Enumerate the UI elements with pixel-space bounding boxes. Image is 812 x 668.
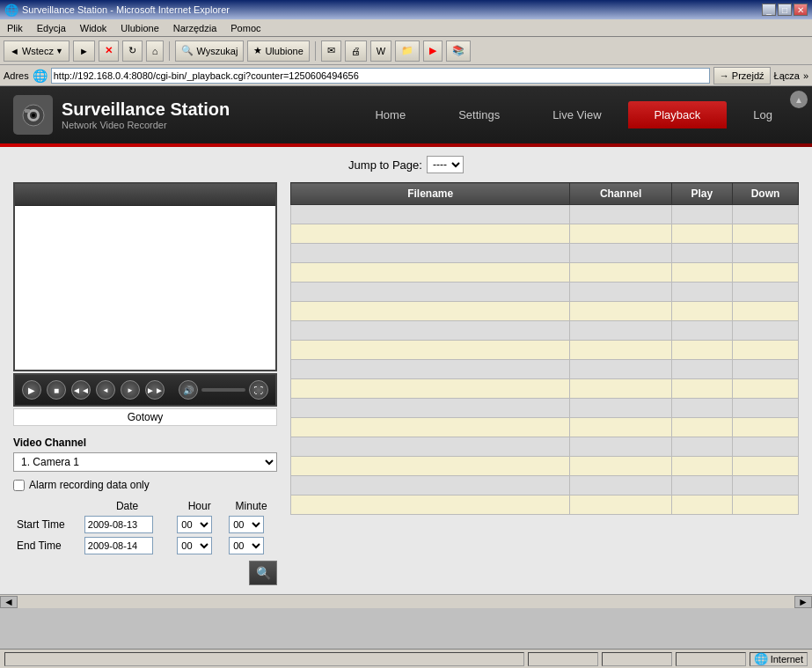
jump-select[interactable]: ---- xyxy=(427,156,464,173)
start-hour-select[interactable]: 00 xyxy=(177,516,212,533)
cell-channel xyxy=(570,283,671,302)
title-bar-left: 🌐 Surveillance Station - Microsoft Inter… xyxy=(4,4,230,17)
address-input[interactable] xyxy=(51,68,710,84)
menu-favorites[interactable]: Ulubione xyxy=(117,22,162,34)
cell-channel xyxy=(570,495,671,515)
media-button[interactable]: ▶ xyxy=(423,40,443,62)
start-hour-cell: 00 xyxy=(173,514,225,535)
start-date-input[interactable] xyxy=(84,516,153,533)
alarm-checkbox[interactable] xyxy=(13,480,25,491)
forward-button[interactable]: ► xyxy=(73,40,95,62)
table-row xyxy=(291,321,799,341)
end-time-row: End Time 00 00 xyxy=(13,535,277,556)
stop-button[interactable]: ■ xyxy=(47,380,66,400)
end-date-input[interactable] xyxy=(84,537,153,554)
right-panel: Filename Channel Play Down xyxy=(290,182,799,585)
minute-header: Minute xyxy=(225,498,277,514)
tab-log[interactable]: Log xyxy=(727,101,799,128)
stop-button[interactable]: ✕ xyxy=(99,40,119,62)
volume-button[interactable]: 🔊 xyxy=(179,380,198,400)
menu-bar: Plik Edycja Widok Ulubione Narzędzia Pom… xyxy=(0,19,812,37)
scroll-right-button[interactable]: ► xyxy=(794,596,812,608)
table-header: Filename Channel Play Down xyxy=(291,183,799,205)
restore-button[interactable]: □ xyxy=(778,4,792,16)
minimize-button[interactable]: _ xyxy=(762,4,776,16)
table-row xyxy=(291,205,799,224)
start-minute-select[interactable]: 00 xyxy=(229,516,264,533)
horizontal-scrollbar[interactable]: ◄ ► xyxy=(0,594,812,608)
expand-icon[interactable]: » xyxy=(803,70,808,81)
content-layout: ▶ ■ ◄◄ ◄ ► ►► 🔊 ⛶ Gotowy Video Channel xyxy=(13,182,799,585)
video-preview xyxy=(13,182,277,371)
cell-filename xyxy=(291,476,570,495)
fullscreen-button[interactable]: ⛶ xyxy=(249,380,268,400)
cell-filename xyxy=(291,360,570,379)
search-button[interactable]: 🔍 xyxy=(249,561,277,585)
volume-slider[interactable] xyxy=(201,388,245,392)
channel-group: Video Channel 1. Camera 1 xyxy=(13,437,277,472)
cell-down xyxy=(732,283,798,302)
channel-select[interactable]: 1. Camera 1 xyxy=(13,452,277,472)
next-button[interactable]: ◄ xyxy=(96,380,115,400)
cell-channel xyxy=(570,263,671,283)
menu-edit[interactable]: Edycja xyxy=(33,22,69,34)
favorites-button[interactable]: ★ Ulubione xyxy=(247,40,309,62)
fwd-button[interactable]: ► xyxy=(121,380,140,400)
folder-button[interactable]: 📁 xyxy=(395,40,420,62)
tab-live-view[interactable]: Live View xyxy=(526,101,627,128)
jump-label: Jump to Page: xyxy=(348,158,422,172)
menu-tools[interactable]: Narzędzia xyxy=(170,22,221,34)
back-arrow-icon: ◄ xyxy=(10,46,19,56)
title-bar-controls[interactable]: _ □ ✕ xyxy=(762,4,808,16)
mail-button[interactable]: ✉ xyxy=(321,40,341,62)
play-button[interactable]: ▶ xyxy=(22,380,41,400)
end-minute-select[interactable]: 00 xyxy=(229,537,264,554)
ffwd-button[interactable]: ►► xyxy=(145,380,165,400)
cell-channel xyxy=(570,457,671,476)
research-button[interactable]: 📚 xyxy=(446,40,471,62)
left-panel: ▶ ■ ◄◄ ◄ ► ►► 🔊 ⛶ Gotowy Video Channel xyxy=(13,182,277,585)
end-hour-cell: 00 xyxy=(173,535,225,556)
cell-channel xyxy=(570,224,671,244)
home-button[interactable]: ⌂ xyxy=(146,40,165,62)
search-button[interactable]: 🔍 Wyszukaj xyxy=(175,40,244,62)
cell-channel xyxy=(570,205,671,224)
menu-help[interactable]: Pomoc xyxy=(227,22,264,34)
table-row xyxy=(291,476,799,495)
cell-play xyxy=(671,283,732,302)
end-date-cell xyxy=(81,535,173,556)
menu-file[interactable]: Plik xyxy=(4,22,26,34)
cell-play xyxy=(671,321,732,341)
tab-settings[interactable]: Settings xyxy=(432,101,526,128)
word-button[interactable]: W xyxy=(370,40,391,62)
cell-play xyxy=(671,437,732,457)
app-header: Surveillance Station Network Video Recor… xyxy=(0,86,812,143)
browser-toolbar: ◄ Wstecz ▼ ► ✕ ↻ ⌂ 🔍 Wyszukaj ★ Ulubione… xyxy=(0,37,812,65)
menu-view[interactable]: Widok xyxy=(77,22,111,34)
cell-filename xyxy=(291,495,570,515)
back-button[interactable]: ◄ Wstecz ▼ xyxy=(4,40,69,62)
cell-channel xyxy=(570,379,671,399)
scroll-left-button[interactable]: ◄ xyxy=(0,596,18,608)
refresh-button[interactable]: ↻ xyxy=(122,40,143,62)
zone-label: Internet xyxy=(771,654,803,664)
go-label: Przejdź xyxy=(732,70,764,81)
volume-area: 🔊 ⛶ xyxy=(179,380,268,400)
search-magnifier-icon: 🔍 xyxy=(256,566,271,580)
cell-channel xyxy=(570,399,671,418)
cell-filename xyxy=(291,224,570,244)
end-hour-select[interactable]: 00 xyxy=(177,537,212,554)
cell-down xyxy=(732,399,798,418)
time-form-table: Date Hour Minute Start Time 00 xyxy=(13,498,277,556)
back-dropdown-icon[interactable]: ▼ xyxy=(55,47,63,55)
print-button[interactable]: 🖨 xyxy=(345,40,367,62)
app-subtitle: Network Video Recorder xyxy=(62,120,230,130)
tab-playback[interactable]: Playback xyxy=(628,101,728,128)
close-button[interactable]: ✕ xyxy=(794,4,808,16)
tab-home[interactable]: Home xyxy=(348,101,432,128)
cell-play xyxy=(671,302,732,321)
cell-channel xyxy=(570,418,671,437)
prev-button[interactable]: ◄◄ xyxy=(71,380,91,400)
links-label[interactable]: Łącza xyxy=(774,70,800,81)
go-button[interactable]: → Przejdź xyxy=(713,67,771,84)
